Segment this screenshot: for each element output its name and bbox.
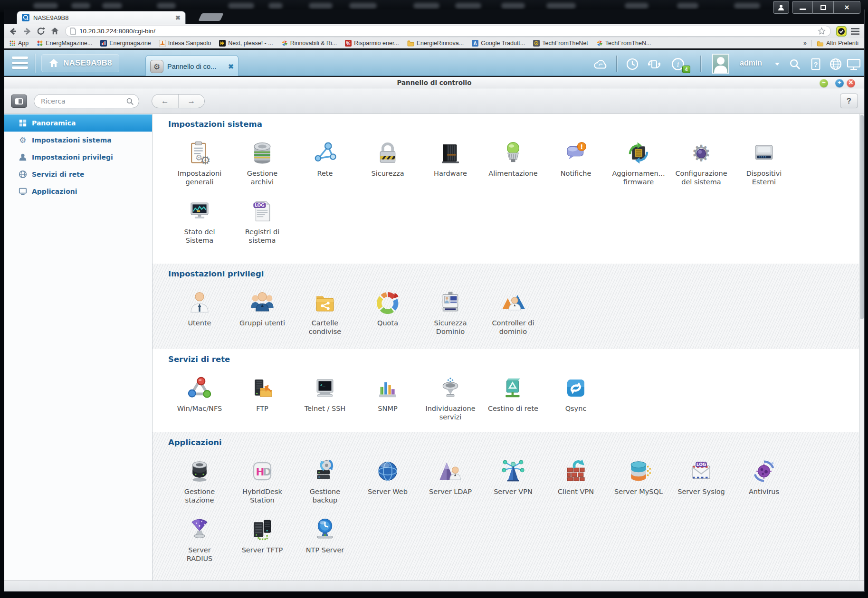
forward-button[interactable]: → <box>179 95 205 108</box>
app-server-vpn[interactable]: Server VPN <box>482 458 544 504</box>
open-app-tab[interactable]: ⚙ Pannello di co... ✖ <box>145 55 238 77</box>
new-tab-button[interactable] <box>198 13 223 21</box>
app-gestione-backup[interactable]: Gestione backup <box>294 458 356 504</box>
app-snmp[interactable]: SNMP <box>356 375 419 421</box>
app-gestione-archivi[interactable]: Gestione archivi <box>231 140 294 186</box>
app-aggiornamen-firmware[interactable]: Aggiornamen... firmware <box>607 140 670 186</box>
bookmark-techfromthen[interactable]: TechFromTheN... <box>596 40 651 47</box>
background-tasks-icon[interactable] <box>625 57 640 71</box>
app-telnet-ssh[interactable]: >_Telnet / SSH <box>294 375 356 421</box>
translate-icon: A <box>472 40 478 47</box>
help-icon[interactable]: ? <box>808 57 823 71</box>
cloud-icon[interactable] <box>593 57 609 71</box>
bookmark-energmagazine[interactable]: Energmagazine <box>100 40 151 47</box>
app-client-vpn[interactable]: Client VPN <box>544 458 607 504</box>
app-win-mac-nfs[interactable]: Win/Mac/NFS <box>168 375 231 421</box>
reload-icon[interactable] <box>36 26 46 37</box>
taskbar-item-blurred <box>546 3 576 9</box>
scrollbar[interactable] <box>859 114 864 580</box>
other-bookmarks-button[interactable]: Altri Preferiti <box>817 40 858 47</box>
search-box[interactable] <box>34 94 139 108</box>
app-registri-di-sistema[interactable]: LOGRegistri di sistema <box>231 199 294 245</box>
bookmark-rinnovabili-ri[interactable]: Rinnovabili & Ri... <box>281 40 337 47</box>
app-rete[interactable]: Rete <box>294 140 356 186</box>
app-individuazione-servizi[interactable]: Individuazione servizi <box>419 375 482 421</box>
forward-icon[interactable] <box>22 26 32 37</box>
app-dispositivi-esterni[interactable]: Dispositivi Esterni <box>733 140 795 186</box>
sidebar-item-panoramica[interactable]: Panoramica <box>4 114 152 132</box>
app-ntp-server[interactable]: NTP Server <box>294 517 356 563</box>
external-device-sync-icon[interactable] <box>647 57 662 71</box>
search-input[interactable] <box>41 97 126 105</box>
user-menu[interactable]: admin <box>740 59 762 67</box>
tab-close-icon[interactable]: ✖ <box>175 14 181 21</box>
extension-icon[interactable] <box>836 26 847 37</box>
search-icon[interactable] <box>787 57 802 71</box>
app-gestione-stazione[interactable]: Gestione stazione <box>168 458 231 504</box>
app-qsync[interactable]: Qsync <box>544 375 607 421</box>
collapse-panel-button[interactable]: − <box>820 79 828 87</box>
language-globe-icon[interactable] <box>828 57 843 71</box>
expand-panel-button[interactable]: + <box>835 79 844 87</box>
bookmark-risparmio-ener[interactable]: %Risparmio ener... <box>345 40 399 47</box>
desktop-view-icon[interactable] <box>846 57 861 71</box>
main-menu-button[interactable] <box>12 57 28 69</box>
back-icon[interactable] <box>8 26 19 37</box>
app-server-syslog[interactable]: LOGServer Syslog <box>670 458 733 504</box>
sidebar-item-applicazioni[interactable]: Applicazioni <box>4 183 152 200</box>
app-hybriddesk-station[interactable]: HDHybridDesk Station <box>231 458 294 504</box>
app-sicurezza-dominio[interactable]: Sicurezza Dominio <box>419 290 482 336</box>
bookmark-energmagazine[interactable]: EnergMagazine... <box>37 40 92 47</box>
app-hardware[interactable]: Hardware <box>419 140 482 186</box>
home-button[interactable]: NASE9A9B8 <box>41 54 119 72</box>
app-cestino-di-rete[interactable]: Cestino di rete <box>482 375 544 421</box>
app-server-web[interactable]: Server Web <box>356 458 419 504</box>
app-utente[interactable]: Utente <box>168 290 231 336</box>
app-sicurezza[interactable]: Sicurezza <box>356 140 419 186</box>
url-bar[interactable]: 10.20.30.224:8080/cgi-bin/ <box>65 26 831 37</box>
app-notifiche[interactable]: !Notifiche <box>544 140 607 186</box>
close-panel-button[interactable]: ✕ <box>847 79 855 87</box>
svg-text:LOG: LOG <box>255 203 264 208</box>
server-web-icon <box>375 458 401 484</box>
app-gruppi-utenti[interactable]: Gruppi utenti <box>231 290 294 336</box>
app-ftp[interactable]: FTP <box>231 375 294 421</box>
home-icon[interactable] <box>49 26 60 37</box>
app-stato-del-sistema[interactable]: Stato del Sistema <box>168 199 231 245</box>
minimize-button[interactable] <box>792 1 813 14</box>
app-controller-di-dominio[interactable]: Controller di dominio <box>482 290 544 336</box>
sidebar-item-impostazioni-sistema[interactable]: ⚙Impostazioni sistema <box>4 132 152 149</box>
app-antivirus[interactable]: Antivirus <box>733 458 795 504</box>
bookmark-app[interactable]: App <box>9 40 29 47</box>
bookmark-next-please[interactable]: Next, please! - ... <box>219 40 273 47</box>
app-quota[interactable]: Quota <box>356 290 419 336</box>
bookmark-star-icon[interactable] <box>818 27 826 35</box>
maximize-button[interactable] <box>813 1 834 14</box>
app-server-ldap[interactable]: Server LDAP <box>419 458 482 504</box>
app-server-radius[interactable]: Server RADIUS <box>168 517 231 563</box>
user-session-button[interactable] <box>773 1 789 14</box>
back-button[interactable]: ← <box>152 95 179 108</box>
scrollbar-thumb[interactable] <box>860 115 864 319</box>
app-tab-close-icon[interactable]: ✖ <box>228 63 234 70</box>
app-alimentazione[interactable]: Alimentazione <box>482 140 544 186</box>
bookmark-intesa-sanpaolo[interactable]: Intesa Sanpaolo <box>159 40 211 47</box>
app-cartelle-condivise[interactable]: Cartelle condivise <box>294 290 356 336</box>
close-button[interactable]: × <box>834 1 860 14</box>
person-icon <box>778 5 784 10</box>
help-button[interactable]: ? <box>840 94 858 108</box>
app-server-mysql[interactable]: Server MySQL <box>607 458 670 504</box>
bookmark-energierinnova[interactable]: EnergieRinnova... <box>407 39 464 47</box>
sidebar-item-impostazioni-privilegi[interactable]: Impostazioni privilegi <box>4 149 152 166</box>
bookmarks-overflow-chevron[interactable]: » <box>803 40 807 47</box>
app-server-tftp[interactable]: Server TFTP <box>231 517 294 563</box>
browser-tab[interactable]: NASE9A9B8 ✖ <box>17 11 186 24</box>
sidebar-item-servizi-di-rete[interactable]: Servizi di rete <box>4 166 152 183</box>
bookmark-techfromthenet[interactable]: TechFromTheNet <box>533 40 588 47</box>
app-impostazioni-generali[interactable]: ⚙⚙Impostazioni generali <box>168 140 231 186</box>
sidebar-toggle-button[interactable] <box>11 95 27 108</box>
app-configurazione-del-sistema[interactable]: ⚙Configurazione del sistema <box>670 140 733 186</box>
avatar[interactable] <box>712 54 729 74</box>
bookmark-google-tradutt[interactable]: AGoogle Tradutt... <box>472 40 525 47</box>
menu-icon[interactable] <box>850 26 860 37</box>
